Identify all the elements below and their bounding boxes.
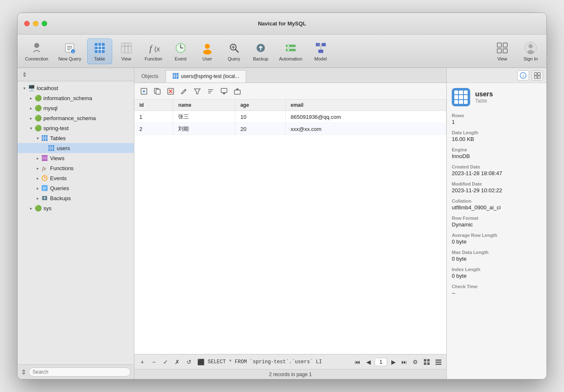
sort-btn[interactable]	[204, 85, 217, 97]
sidebar-item-mysql[interactable]: ▸ 🟢 mysql	[18, 103, 134, 113]
table-info-name: users	[475, 90, 493, 98]
table-icon	[93, 41, 106, 55]
info-value: 0 byte	[452, 256, 541, 262]
sidebar-search-area: ⇕	[18, 364, 134, 379]
svg-rect-101	[534, 73, 537, 75]
toolbar-query[interactable]: Query	[222, 39, 247, 64]
sidebar-item-performance_schema[interactable]: ▸ 🟢 performance_schema	[18, 113, 134, 123]
svg-text:+: +	[72, 50, 74, 54]
minimize-button[interactable]	[33, 21, 38, 26]
svg-text:fx: fx	[42, 165, 46, 171]
info-section-data-length: Data Length16.00 KB	[452, 130, 541, 142]
localhost-icon: 🖥️	[28, 84, 35, 92]
sidebar-item-sys[interactable]: ▸ 🟢 sys	[18, 203, 134, 213]
maximize-button[interactable]	[42, 21, 47, 26]
toolbar-user[interactable]: User	[195, 39, 220, 64]
edit-record-btn[interactable]	[178, 85, 190, 97]
sidebar-item-information_schema[interactable]: ▸ 🟢 information_schema	[18, 93, 134, 103]
export-btn[interactable]	[231, 85, 244, 97]
toolbar-function[interactable]: f(x) Function	[141, 39, 166, 64]
prev-page-btn[interactable]: ◀	[364, 357, 373, 367]
grid-view-btn[interactable]	[422, 357, 431, 367]
svg-rect-30	[286, 49, 296, 51]
toolbar-view[interactable]: View	[114, 39, 139, 64]
sign-in-icon	[524, 41, 537, 55]
refresh-btn[interactable]: ↺	[184, 357, 194, 367]
backup-icon	[254, 41, 267, 55]
svg-line-24	[235, 49, 238, 52]
sidebar-item-queries[interactable]: ▸ Queries	[18, 183, 134, 193]
views-icon	[41, 154, 48, 162]
page-settings-btn[interactable]: ⚙	[410, 357, 420, 367]
sidebar-item-backups[interactable]: ▸ Backups	[18, 193, 134, 203]
toolbar-model[interactable]: Model	[308, 39, 333, 64]
svg-text:(x): (x)	[154, 45, 160, 53]
toolbar-new-query[interactable]: + New Query	[54, 39, 86, 64]
chevron-down-icon: ▾	[21, 86, 28, 90]
col-age: age	[235, 100, 286, 111]
info-label: Max Data Length	[452, 250, 541, 255]
delete-record-btn[interactable]	[164, 85, 177, 97]
remove-row-btn[interactable]: −	[149, 357, 159, 367]
form-view-btn[interactable]	[434, 357, 443, 367]
first-page-btn[interactable]: ⏮	[353, 357, 362, 367]
search-input[interactable]	[29, 367, 131, 377]
view-toggle-label: View	[497, 56, 507, 61]
table-row[interactable]: 1张三10865091936@qq.com	[134, 111, 446, 123]
right-panel-tabs: i	[447, 68, 546, 83]
svg-point-44	[527, 50, 534, 54]
toolbar-automation-label: Automation	[279, 56, 302, 61]
svg-rect-94	[424, 362, 426, 365]
functions-label: Functions	[50, 165, 73, 171]
toolbar-event[interactable]: Event	[168, 39, 193, 64]
cell-age: 20	[235, 123, 286, 135]
sidebar-item-localhost[interactable]: ▾ 🖥️ localhost	[18, 83, 134, 93]
import-btn[interactable]	[218, 85, 230, 97]
info-tab-btn[interactable]: i	[517, 70, 529, 80]
svg-rect-95	[427, 362, 430, 365]
last-page-btn[interactable]: ⏭	[400, 357, 409, 367]
tab-users-table[interactable]: users@spring-test (local...	[166, 70, 247, 83]
info-label: Engine	[452, 147, 541, 152]
svg-rect-102	[538, 73, 540, 75]
table-row[interactable]: 2刘能20xxx@xx.com	[134, 123, 446, 135]
toolbar-view-toggle[interactable]: View	[490, 39, 515, 64]
sidebar-item-events[interactable]: ▸ Events	[18, 173, 134, 183]
filter-btn[interactable]	[191, 85, 204, 97]
apply-btn[interactable]: ✓	[161, 357, 170, 367]
sidebar-adjust-btn[interactable]: ⇕	[19, 69, 30, 80]
add-record-btn[interactable]	[138, 85, 150, 97]
svg-marker-88	[222, 93, 226, 95]
sidebar-item-views[interactable]: ▸ Views	[18, 153, 134, 163]
next-page-btn[interactable]: ▶	[389, 357, 398, 367]
toolbar-connection[interactable]: Connection	[21, 39, 53, 64]
users-label: users	[57, 145, 70, 151]
right-panel-content: users Table Rows1Data Length16.00 KBEngi…	[447, 83, 546, 379]
tables-folder-icon	[41, 134, 48, 142]
chevron-right-icon3: ▸	[28, 116, 34, 121]
view-toolbar-icon	[120, 41, 133, 55]
sidebar-item-users[interactable]: users	[18, 143, 134, 153]
add-row-btn[interactable]: +	[138, 357, 147, 367]
grid-tab-btn[interactable]	[531, 70, 543, 80]
sidebar-item-functions[interactable]: ▸ fx Functions	[18, 163, 134, 173]
svg-rect-92	[424, 359, 426, 362]
toolbar-automation[interactable]: Automation	[275, 39, 307, 64]
tab-objects[interactable]: Objects	[134, 70, 166, 83]
stop-btn[interactable]: ⬛	[196, 357, 205, 367]
page-input[interactable]	[375, 358, 387, 366]
toolbar-backup[interactable]: Backup	[248, 39, 273, 64]
sidebar-item-tables[interactable]: ▾ Tables	[18, 133, 134, 143]
toolbar-table[interactable]: Table	[87, 38, 112, 64]
close-button[interactable]	[24, 21, 30, 26]
info-value: --	[452, 290, 541, 296]
copy-record-btn[interactable]	[151, 85, 164, 97]
discard-btn[interactable]: ✗	[173, 357, 182, 367]
sidebar-item-spring-test[interactable]: ▾ 🟢 spring-test	[18, 123, 134, 133]
mysql-label: mysql	[43, 105, 58, 111]
svg-text:i: i	[523, 74, 524, 78]
toolbar-sign-in[interactable]: Sign In	[518, 39, 543, 64]
info-label: Row Format	[452, 216, 541, 221]
info-section-engine: EngineInnoDB	[452, 147, 541, 159]
information-schema-label: information_schema	[43, 95, 92, 101]
